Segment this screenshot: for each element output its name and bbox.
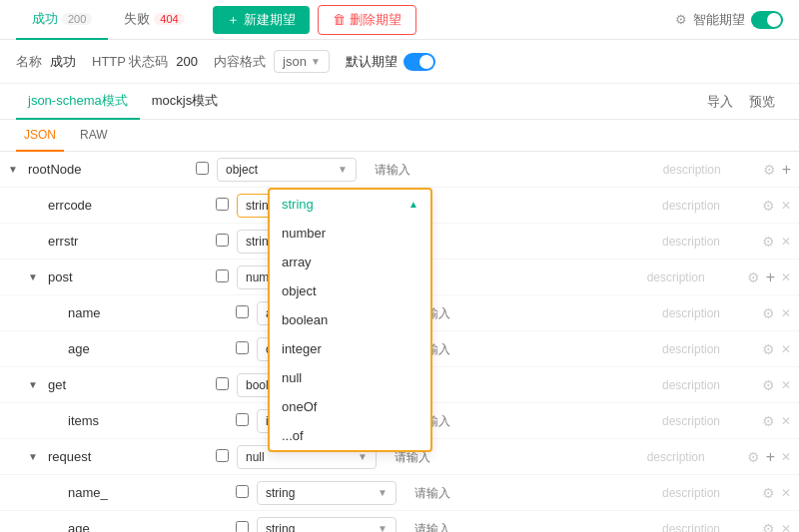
dropdown-option[interactable]: string▲ — [270, 190, 430, 219]
row-actions: ⚙+✕ — [747, 268, 791, 286]
row-checkbox[interactable] — [216, 377, 229, 393]
field-input[interactable] — [414, 521, 662, 532]
config-default-label: 默认期望 — [346, 53, 398, 71]
settings-icon[interactable]: ⚙ — [762, 521, 775, 533]
format-tab-json[interactable]: JSON — [16, 120, 64, 152]
row-expand-arrow[interactable]: ▼ — [8, 164, 24, 175]
settings-icon[interactable]: ⚙ — [762, 234, 775, 250]
row-checkbox[interactable] — [216, 269, 229, 285]
dropdown-option[interactable]: integer — [270, 334, 430, 363]
tab-failure[interactable]: 失败 404 — [108, 0, 200, 40]
field-description: description — [662, 306, 762, 320]
settings-icon[interactable]: ⚙ — [762, 413, 775, 429]
config-content-select[interactable]: json ▼ — [274, 50, 330, 73]
field-input[interactable] — [395, 449, 647, 464]
type-select[interactable]: object▼ — [217, 158, 367, 182]
type-select[interactable]: string▼ — [257, 517, 406, 533]
row-checkbox[interactable] — [216, 449, 229, 465]
add-field-button[interactable]: + — [782, 161, 791, 179]
dropdown-option[interactable]: ...of — [270, 421, 430, 450]
selected-checkmark-icon: ▲ — [408, 199, 418, 210]
table-row: name_string▼description⚙✕ — [0, 475, 799, 511]
settings-icon[interactable]: ⚙ — [762, 198, 775, 214]
delete-field-button[interactable]: ✕ — [781, 235, 791, 249]
chevron-down-icon: ▼ — [311, 56, 321, 67]
tab-success[interactable]: 成功 200 — [16, 0, 108, 40]
field-input[interactable] — [414, 413, 662, 428]
row-checkbox[interactable] — [236, 521, 249, 533]
mode-tab-mockjs[interactable]: mockjs模式 — [140, 84, 230, 120]
mode-tab-jsonschema[interactable]: json-schema模式 — [16, 84, 140, 120]
dropdown-option[interactable]: number — [270, 219, 430, 248]
type-label: string — [266, 522, 295, 533]
chevron-down-icon: ▼ — [358, 451, 368, 462]
field-name: name — [68, 305, 228, 320]
row-checkbox[interactable] — [216, 198, 229, 214]
dropdown-option[interactable]: array — [270, 248, 430, 276]
row-expand-arrow[interactable]: ▼ — [28, 451, 44, 462]
gear-icon: ⚙ — [675, 12, 687, 27]
row-checkbox[interactable] — [216, 234, 229, 250]
field-input[interactable] — [414, 305, 662, 320]
delete-field-button[interactable]: ✕ — [781, 486, 791, 500]
smart-expect-toggle[interactable] — [751, 11, 783, 29]
smart-expect-area: ⚙ 智能期望 — [675, 11, 783, 29]
settings-icon[interactable]: ⚙ — [747, 269, 760, 285]
delete-field-button[interactable]: ✕ — [781, 270, 791, 284]
row-actions: ⚙✕ — [762, 305, 791, 321]
row-checkbox[interactable] — [196, 162, 209, 178]
preview-button[interactable]: 预览 — [741, 93, 783, 111]
row-expand-arrow[interactable]: ▼ — [28, 379, 44, 390]
settings-icon[interactable]: ⚙ — [747, 449, 760, 465]
add-field-button[interactable]: + — [766, 448, 775, 466]
new-expect-button[interactable]: ＋ 新建期望 — [213, 6, 310, 34]
field-input[interactable] — [395, 377, 662, 392]
field-input[interactable] — [414, 341, 662, 356]
row-actions: ⚙+✕ — [747, 448, 791, 466]
dropdown-option[interactable]: object — [270, 276, 430, 305]
add-field-button[interactable]: + — [766, 268, 775, 286]
field-input[interactable] — [395, 234, 662, 249]
config-content: 内容格式 json ▼ — [214, 50, 330, 73]
field-name: name_ — [68, 485, 228, 500]
delete-field-button[interactable]: ✕ — [781, 342, 791, 356]
settings-icon[interactable]: ⚙ — [762, 377, 775, 393]
delete-field-button[interactable]: ✕ — [781, 378, 791, 392]
dropdown-option-label: null — [282, 370, 302, 385]
type-select[interactable]: string▼ — [257, 481, 406, 505]
delete-field-button[interactable]: ✕ — [781, 199, 791, 213]
row-expand-arrow[interactable]: ▼ — [28, 271, 44, 282]
settings-icon[interactable]: ⚙ — [762, 305, 775, 321]
delete-field-button[interactable]: ✕ — [781, 522, 791, 533]
default-toggle[interactable] — [403, 53, 435, 71]
field-input[interactable] — [375, 162, 663, 177]
import-button[interactable]: 导入 — [699, 93, 741, 111]
dropdown-option-label: string — [282, 197, 314, 212]
delete-field-button[interactable]: ✕ — [781, 414, 791, 428]
settings-icon[interactable]: ⚙ — [763, 162, 776, 178]
row-checkbox[interactable] — [236, 413, 249, 429]
settings-icon[interactable]: ⚙ — [762, 341, 775, 357]
delete-expect-button[interactable]: 🗑 删除期望 — [318, 5, 416, 35]
dropdown-option[interactable]: boolean — [270, 305, 430, 334]
format-tab-raw[interactable]: RAW — [72, 120, 116, 152]
dropdown-option[interactable]: null — [270, 363, 430, 392]
mode-tabs-bar: json-schema模式 mockjs模式 导入 预览 — [0, 84, 799, 120]
field-name: age — [68, 341, 228, 356]
delete-field-button[interactable]: ✕ — [781, 306, 791, 320]
config-content-label: 内容格式 — [214, 53, 266, 71]
row-actions: ⚙✕ — [762, 198, 791, 214]
field-input[interactable] — [414, 485, 662, 500]
new-expect-label: 新建期望 — [244, 11, 296, 29]
settings-icon[interactable]: ⚙ — [762, 485, 775, 501]
type-label: string — [266, 486, 295, 500]
field-input[interactable] — [395, 198, 662, 213]
dropdown-option[interactable]: oneOf — [270, 392, 430, 421]
row-actions: ⚙✕ — [762, 485, 791, 501]
row-checkbox[interactable] — [236, 305, 249, 321]
config-name-label: 名称 — [16, 53, 42, 71]
delete-field-button[interactable]: ✕ — [781, 450, 791, 464]
row-checkbox[interactable] — [236, 485, 249, 501]
row-checkbox[interactable] — [236, 341, 249, 357]
delete-expect-icon: 🗑 — [333, 12, 346, 27]
